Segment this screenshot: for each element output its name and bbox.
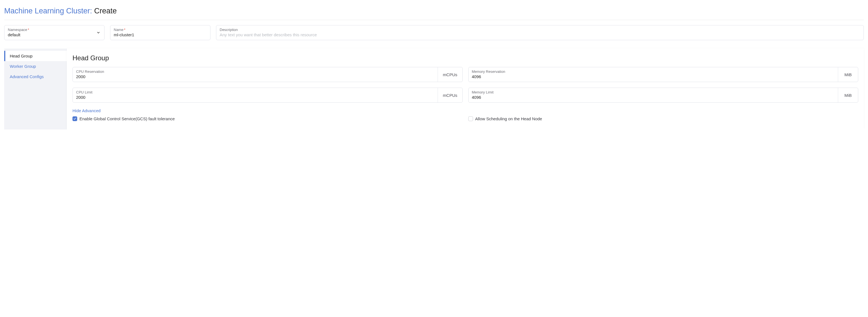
description-label: Description — [220, 28, 860, 32]
memory-reservation-input[interactable] — [472, 74, 835, 79]
side-tabs: Head Group Worker Group Advanced Configs — [4, 49, 67, 129]
gcs-fault-tolerance-option[interactable]: Enable Global Control Service(GCS) fault… — [72, 116, 463, 121]
tab-head-group[interactable]: Head Group — [4, 51, 67, 61]
required-asterisk: * — [124, 28, 125, 32]
cpu-limit-unit: mCPUs — [438, 88, 462, 103]
description-field[interactable]: Description — [216, 25, 864, 40]
name-input[interactable] — [114, 32, 207, 37]
allow-scheduling-label: Allow Scheduling on the Head Node — [475, 116, 542, 121]
cpu-reservation-label: CPU Reservation — [76, 69, 434, 74]
checkbox-checked-icon — [72, 116, 77, 121]
description-input[interactable] — [220, 32, 860, 37]
cpu-reservation-field[interactable]: CPU Reservation mCPUs — [72, 67, 463, 82]
hide-advanced-toggle[interactable]: Hide Advanced — [72, 108, 101, 113]
top-fields-row: Namespace* default Name* Description — [4, 25, 864, 40]
cpu-reservation-unit: mCPUs — [438, 67, 462, 82]
tab-advanced-configs[interactable]: Advanced Configs — [4, 71, 67, 82]
memory-limit-label: Memory Limit — [472, 90, 835, 94]
gcs-fault-tolerance-label: Enable Global Control Service(GCS) fault… — [80, 116, 175, 121]
allow-scheduling-option[interactable]: Allow Scheduling on the Head Node — [468, 116, 859, 121]
page-title-prefix: Machine Learning Cluster: — [4, 7, 92, 15]
page-title: Machine Learning Cluster: Create — [4, 0, 864, 20]
config-panel: Head Group Worker Group Advanced Configs… — [4, 49, 864, 129]
tab-worker-group[interactable]: Worker Group — [4, 61, 67, 71]
cpu-limit-field[interactable]: CPU Limit mCPUs — [72, 88, 463, 103]
checkbox-unchecked-icon — [468, 116, 473, 121]
cpu-limit-label: CPU Limit — [76, 90, 434, 94]
memory-limit-input[interactable] — [472, 95, 835, 99]
memory-limit-field[interactable]: Memory Limit MiB — [468, 88, 859, 103]
memory-reservation-field[interactable]: Memory Reservation MiB — [468, 67, 859, 82]
memory-reservation-unit: MiB — [838, 67, 858, 82]
panel-heading: Head Group — [72, 54, 858, 62]
namespace-label: Namespace* — [8, 28, 101, 32]
cpu-reservation-input[interactable] — [76, 74, 434, 79]
name-field[interactable]: Name* — [110, 25, 211, 40]
required-asterisk: * — [28, 28, 29, 32]
memory-limit-unit: MiB — [838, 88, 858, 103]
page-title-action: Create — [94, 7, 117, 15]
cpu-limit-input[interactable] — [76, 95, 434, 99]
memory-reservation-label: Memory Reservation — [472, 69, 835, 74]
name-label: Name* — [114, 28, 207, 32]
namespace-value: default — [8, 32, 101, 37]
namespace-select[interactable]: Namespace* default — [4, 25, 104, 40]
panel-body: Head Group CPU Reservation mCPUs Memory … — [67, 49, 864, 129]
